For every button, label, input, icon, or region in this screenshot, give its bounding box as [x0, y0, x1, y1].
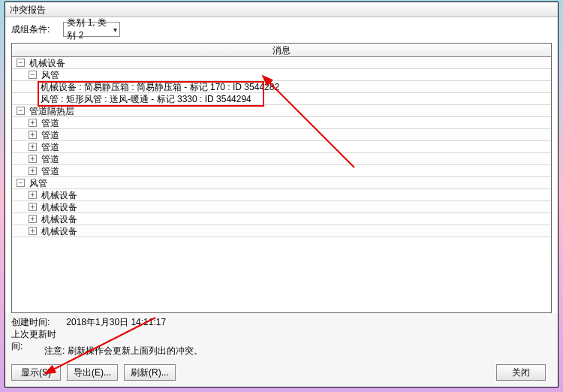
expand-icon[interactable]: + — [29, 143, 37, 151]
dropdown-value: 类别 1, 类别 2 — [67, 17, 113, 42]
tree-group[interactable]: − 风管 — [12, 69, 551, 81]
tree-label: 机械设备 : 简易静压箱 : 简易静压箱 - 标记 170 : ID 35442… — [41, 81, 279, 93]
tree-leaf[interactable]: 机械设备 : 简易静压箱 : 简易静压箱 - 标记 170 : ID 35442… — [12, 81, 551, 93]
tree-group[interactable]: + 管道 — [12, 117, 551, 129]
expand-icon[interactable]: + — [29, 227, 37, 235]
tree-label: 管道 — [41, 153, 59, 165]
tree-group[interactable]: + 管道 — [12, 141, 551, 153]
column-header-message[interactable]: 消息 — [12, 44, 551, 57]
tree-group[interactable]: + 机械设备 — [12, 189, 551, 201]
tree-label: 管道 — [41, 165, 59, 177]
tree-label: 机械设备 — [29, 57, 65, 69]
expand-icon[interactable]: + — [29, 155, 37, 163]
footer-panel: 创建时间: 2018年1月30日 14:11:17 上次更新时间: 注意: 刷新… — [5, 313, 558, 360]
tree-group[interactable]: − 机械设备 — [12, 57, 551, 69]
tree-label: 管道 — [41, 117, 59, 129]
window-titlebar[interactable]: 冲突报告 — [5, 2, 558, 17]
tree-label: 风管 — [29, 177, 47, 189]
expand-icon[interactable]: + — [29, 131, 37, 139]
created-time-value: 2018年1月30日 14:11:17 — [66, 317, 166, 327]
expand-icon[interactable]: + — [29, 119, 37, 127]
tree-label: 风管 : 矩形风管 : 送风-暖通 - 标记 3330 : ID 3544294 — [41, 93, 251, 105]
created-time-label: 创建时间: — [11, 316, 64, 328]
tree-view[interactable]: − 机械设备 − 风管 机械设备 : 简易静压箱 : 简易静压箱 - 标记 17… — [12, 57, 551, 312]
tree-group[interactable]: + 管道 — [12, 129, 551, 141]
tree-label: 机械设备 — [41, 201, 77, 213]
tree-group[interactable]: + 机械设备 — [12, 225, 551, 237]
window-title: 冲突报告 — [10, 5, 46, 15]
close-button[interactable]: 关闭 — [496, 364, 546, 381]
expand-icon[interactable]: + — [29, 215, 37, 223]
button-row: 显示(S) 导出(E)... 刷新(R)... 关闭 — [5, 360, 558, 387]
note-label: 注意: — [44, 345, 65, 356]
collapse-icon[interactable]: − — [17, 59, 25, 67]
tree-group[interactable]: − 风管 — [12, 177, 551, 189]
refresh-button[interactable]: 刷新(R)... — [124, 364, 176, 381]
tree-label: 机械设备 — [41, 189, 77, 201]
tree-group[interactable]: − 管道隔热层 — [12, 105, 551, 117]
tree-label: 管道隔热层 — [29, 105, 74, 117]
tree-leaf[interactable]: 风管 : 矩形风管 : 送风-暖通 - 标记 3330 : ID 3544294 — [12, 93, 551, 105]
tree-group[interactable]: + 管道 — [12, 165, 551, 177]
tree-label: 机械设备 — [41, 213, 77, 225]
tree-label: 风管 — [41, 69, 59, 81]
tree-label: 机械设备 — [41, 225, 77, 237]
note-text: 刷新操作会更新上面列出的冲突。 — [68, 345, 203, 356]
collapse-icon[interactable]: − — [17, 179, 25, 187]
expand-icon[interactable]: + — [29, 203, 37, 211]
tree-label: 管道 — [41, 129, 59, 141]
show-button[interactable]: 显示(S) — [11, 364, 61, 381]
group-condition-label: 成组条件: — [11, 23, 50, 36]
tree-label: 管道 — [41, 141, 59, 153]
tree-group[interactable]: + 机械设备 — [12, 213, 551, 225]
chevron-down-icon: ▾ — [113, 26, 117, 34]
tree-group[interactable]: + 管道 — [12, 153, 551, 165]
expand-icon[interactable]: + — [29, 167, 37, 175]
collapse-icon[interactable]: − — [17, 107, 25, 115]
group-condition-dropdown[interactable]: 类别 1, 类别 2 ▾ — [63, 22, 120, 37]
expand-icon[interactable]: + — [29, 191, 37, 199]
export-button[interactable]: 导出(E)... — [67, 364, 118, 381]
tree-group[interactable]: + 机械设备 — [12, 201, 551, 213]
conflict-table: 消息 − 机械设备 − 风管 机械设备 : 简易静压箱 : 简易静压箱 - 标记… — [11, 43, 552, 313]
filter-row: 成组条件: 类别 1, 类别 2 ▾ — [5, 17, 558, 40]
conflict-report-dialog: 冲突报告 成组条件: 类别 1, 类别 2 ▾ 消息 − 机械设备 − 风管 机… — [5, 2, 558, 387]
collapse-icon[interactable]: − — [29, 71, 37, 79]
